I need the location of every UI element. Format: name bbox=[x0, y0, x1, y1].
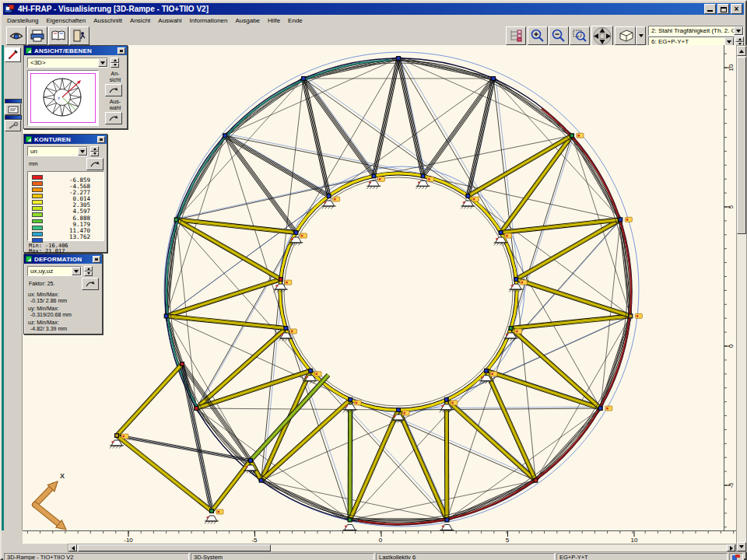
ansicht-ebenen-panel: ANSICHT/EBENEN <3D> z An- sicht Aus- wah… bbox=[23, 45, 128, 129]
uy-value: -0.319/20.68 mm bbox=[30, 312, 72, 318]
quantity-combo-arrow-icon[interactable] bbox=[78, 147, 87, 156]
view-preview[interactable]: z bbox=[27, 70, 99, 126]
view-3d-button[interactable] bbox=[615, 26, 636, 45]
app-window: 4H-FRAP - Visualisierung [3D-Rampe - TIO… bbox=[0, 0, 747, 560]
deformation-panel-minimize-button[interactable] bbox=[93, 256, 100, 263]
structure-canvas[interactable]: XY bbox=[23, 45, 724, 530]
legend-swatch bbox=[32, 187, 43, 192]
minimized-panel-button[interactable] bbox=[5, 103, 21, 115]
minimized-panel-button[interactable] bbox=[5, 120, 21, 131]
konturen-panel-titlebar[interactable]: KONTUREN bbox=[24, 135, 107, 144]
model-viewport[interactable]: XY bbox=[23, 45, 724, 530]
quantity-combo[interactable]: un bbox=[27, 146, 88, 156]
statusbar: 3D-Rampe - TIO+TIIO V2 3D-System Lastkol… bbox=[3, 552, 744, 560]
view-options-button[interactable] bbox=[6, 26, 26, 45]
menu-item-ansicht[interactable]: Ansicht bbox=[126, 17, 154, 24]
scroll-down-arrow[interactable] bbox=[737, 542, 746, 551]
edit-mode-button[interactable] bbox=[5, 47, 21, 62]
ansicht-panel-title: ANSICHT/EBENEN bbox=[34, 47, 92, 54]
component-combo-arrow-icon[interactable] bbox=[72, 267, 81, 275]
horizontal-scroll-thumb[interactable] bbox=[78, 544, 271, 551]
scroll-right-arrow[interactable] bbox=[727, 544, 735, 551]
menu-item-eigenschaften[interactable]: Eigenschaften bbox=[42, 17, 89, 24]
zoom-out-button[interactable] bbox=[549, 26, 569, 45]
component-combo[interactable]: ux,uy,uz bbox=[27, 266, 82, 276]
zoom-out-icon bbox=[551, 29, 566, 43]
legend-swatch bbox=[32, 181, 43, 186]
maximize-button[interactable] bbox=[717, 4, 729, 14]
zoom-in-button[interactable] bbox=[528, 26, 548, 45]
vertical-scrollbar[interactable] bbox=[736, 45, 747, 552]
print-button[interactable] bbox=[27, 26, 47, 45]
ruler-label: 10 bbox=[725, 62, 736, 73]
ruler-label: 5 bbox=[498, 537, 517, 544]
menu-item-hilfe[interactable]: Hilfe bbox=[264, 17, 284, 24]
scroll-left-arrow[interactable] bbox=[68, 544, 77, 551]
auswahl-apply-button[interactable] bbox=[105, 112, 122, 124]
ansicht-apply-button[interactable] bbox=[105, 84, 122, 96]
horizontal-scrollbar[interactable] bbox=[68, 544, 736, 552]
window-title: 4H-FRAP - Visualisierung [3D-Rampe - TIO… bbox=[18, 5, 209, 13]
legend-swatch bbox=[32, 238, 43, 243]
quantity-combo-value: un bbox=[28, 148, 78, 155]
menu-item-informationen[interactable]: Informationen bbox=[186, 17, 232, 24]
curved-arrow-icon bbox=[108, 86, 119, 94]
status-project: 3D-Rampe - TIO+TIIO V2 bbox=[4, 553, 189, 560]
minimized-panel-lasten[interactable] bbox=[5, 99, 22, 115]
ansicht-panel-titlebar[interactable]: ANSICHT/EBENEN bbox=[24, 46, 127, 55]
legend-value: 13.762 bbox=[50, 234, 90, 240]
close-button[interactable]: × bbox=[731, 4, 742, 14]
vertical-ruler-ticks bbox=[724, 45, 731, 530]
menu-item-auswahl[interactable]: Auswahl bbox=[154, 17, 185, 24]
view-combo-arrow-icon[interactable] bbox=[98, 58, 107, 67]
titlebar[interactable]: 4H-FRAP - Visualisierung [3D-Rampe - TIO… bbox=[3, 3, 744, 15]
exit-button[interactable] bbox=[69, 26, 89, 45]
view-spinner[interactable] bbox=[110, 58, 119, 68]
result-combo[interactable]: 2: Stahl Tragfähigkeit (Th. 2. O bbox=[648, 26, 744, 36]
menu-item-ausgabe[interactable]: Ausgabe bbox=[231, 17, 264, 24]
quantity-spin-down[interactable] bbox=[90, 152, 99, 157]
structure-tree-button[interactable] bbox=[506, 26, 526, 45]
view-3d-dropdown-button[interactable] bbox=[636, 26, 646, 45]
deformation-apply-button[interactable] bbox=[82, 278, 99, 290]
curved-arrow-icon bbox=[89, 160, 100, 168]
menu-item-ausschnitt[interactable]: Ausschnitt bbox=[89, 17, 126, 24]
pencil-icon bbox=[7, 49, 19, 61]
ansicht-panel-minimize-button[interactable] bbox=[117, 47, 125, 54]
minimized-panel-werkzeug[interactable] bbox=[5, 115, 22, 131]
curved-arrow-icon bbox=[108, 114, 119, 122]
ruler-label: -5 bbox=[725, 480, 736, 491]
menu-item-darstellung[interactable]: Darstellung bbox=[3, 17, 42, 24]
toolbar: 2: Stahl Tragfähigkeit (Th. 2. O 6: EG+P… bbox=[3, 26, 744, 47]
deformation-panel-titlebar[interactable]: DEFORMATION bbox=[24, 254, 102, 264]
result-combo-arrow-icon[interactable] bbox=[734, 26, 743, 35]
view-combo[interactable]: <3D> bbox=[27, 58, 108, 68]
help-button[interactable] bbox=[48, 26, 68, 45]
quantity-spinner[interactable] bbox=[90, 146, 99, 156]
minimize-button[interactable] bbox=[704, 4, 716, 14]
legend-swatch bbox=[32, 194, 43, 198]
left-toolbar-strip bbox=[4, 45, 23, 544]
status-loadcollective: Lastkollektiv 6 bbox=[376, 553, 555, 560]
vertical-scroll-thumb[interactable] bbox=[737, 57, 746, 234]
view-spin-down[interactable] bbox=[110, 63, 119, 68]
pan-arrows-icon bbox=[592, 26, 612, 46]
panel-icon bbox=[26, 256, 32, 262]
unit-label: mm bbox=[29, 161, 38, 167]
contour-legend: -6.859-4.568-2.2770.0142.3054.5976.8889.… bbox=[27, 171, 104, 241]
pan-control[interactable] bbox=[591, 26, 613, 47]
konturen-panel-minimize-button[interactable] bbox=[97, 136, 105, 143]
component-spin-down[interactable] bbox=[84, 271, 93, 277]
zoom-window-button[interactable] bbox=[570, 26, 590, 45]
menu-item-ende[interactable]: Ende bbox=[284, 17, 307, 24]
scroll-up-arrow[interactable] bbox=[737, 46, 746, 56]
konturen-panel: KONTUREN un mm -6.859-4.568-2.2770.0142.… bbox=[23, 134, 107, 253]
tool-icon bbox=[8, 122, 19, 130]
uz-value: -4.82/ 3.39 mm bbox=[30, 326, 67, 332]
component-spinner[interactable] bbox=[84, 266, 93, 276]
konturen-apply-button[interactable] bbox=[86, 158, 103, 170]
exit-door-icon bbox=[72, 30, 87, 42]
uz-label: uz: Min/Max: bbox=[28, 320, 59, 326]
tree-icon bbox=[508, 29, 524, 43]
legend-values: -6.859-4.568-2.2770.0142.3054.5976.8889.… bbox=[50, 177, 90, 240]
